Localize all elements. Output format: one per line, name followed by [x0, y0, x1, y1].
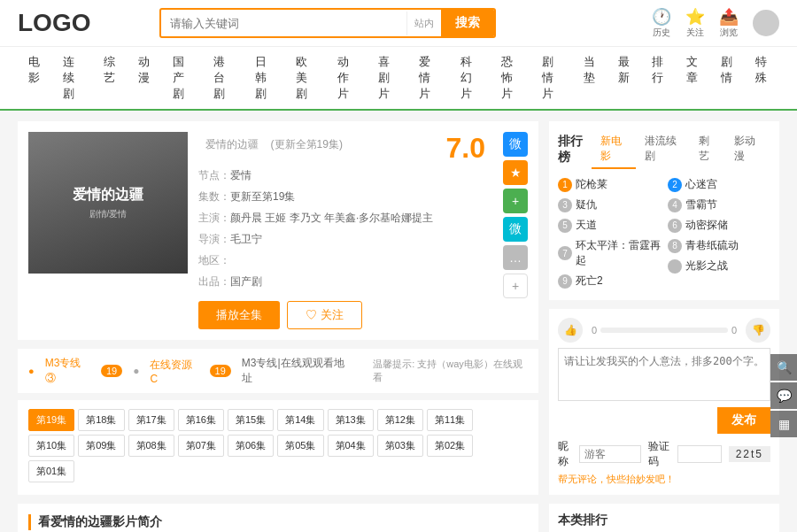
nav-plot[interactable]: 剧情 — [710, 47, 745, 109]
nav-scifi[interactable]: 科幻片 — [450, 47, 491, 109]
comment-textarea[interactable] — [558, 348, 770, 401]
episode-button[interactable]: 第16集 — [178, 409, 224, 431]
drama-poster: 爱情的边疆 剧情/爱情 — [28, 132, 188, 329]
nav-ranking[interactable]: 排行 — [641, 47, 676, 109]
rank-title[interactable]: 陀枪莱 — [576, 177, 607, 192]
tab-variety[interactable]: 剩艺 — [690, 130, 725, 169]
nav-horror[interactable]: 恐怖片 — [491, 47, 531, 109]
tab-new-movie[interactable]: 新电影 — [592, 130, 637, 169]
thumbup-button[interactable]: 👍 — [558, 318, 583, 343]
rank-title[interactable]: 光影之战 — [685, 258, 728, 274]
rank-title[interactable]: 天道 — [576, 218, 597, 233]
ranking-section: 排行榜 新电影 港流续剧 剩艺 影动漫 1 陀枪莱 3 疑仇 — [549, 121, 779, 300]
nav-comedy[interactable]: 喜剧片 — [368, 47, 408, 109]
episode-button[interactable]: 第14集 — [277, 409, 323, 431]
episode-button[interactable]: 第15集 — [228, 409, 274, 431]
episode-button[interactable]: 第03集 — [377, 435, 423, 457]
episode-button[interactable]: 第10集 — [28, 435, 74, 457]
chat-tool-button[interactable]: 💬 — [770, 382, 797, 409]
wechat-icon[interactable]: 微 — [503, 217, 528, 242]
poster-title: 爱情的边疆 — [73, 186, 143, 204]
episode-button[interactable]: 第13集 — [328, 409, 374, 431]
type-rank-title: 本类排行 — [558, 513, 770, 528]
nav-drama[interactable]: 剧情片 — [531, 47, 572, 109]
episode-button[interactable]: 第04集 — [328, 435, 374, 457]
source-link[interactable]: M3专线|在线观观看地址 — [242, 356, 352, 386]
rank-title[interactable]: 雪霸节 — [685, 197, 717, 212]
search-input[interactable] — [161, 12, 406, 35]
comment-section: 👍 0 0 👎 发布 昵称 验证码 22t5 — [549, 309, 779, 495]
rank-item: 3 疑仇 — [558, 195, 661, 215]
add-icon[interactable]: + — [503, 274, 528, 298]
nav-article[interactable]: 文章 — [676, 47, 710, 109]
search-tool-button[interactable]: 🔍 — [770, 354, 797, 381]
weibo-share-icon[interactable]: 微 — [503, 132, 528, 157]
collect-icon[interactable]: ★ — [503, 160, 528, 185]
play-button[interactable]: 播放全集 — [198, 301, 280, 329]
search-button[interactable]: 搜索 — [441, 10, 494, 36]
rank-title[interactable]: 疑仇 — [576, 197, 597, 212]
tab-anime[interactable]: 影动漫 — [725, 130, 770, 169]
main-content: 爱情的边疆 剧情/爱情 爱情的边疆 (更新全第19集) 7.0 — [0, 111, 797, 532]
producer-value: 国产剧 — [230, 275, 262, 288]
nav-hktw[interactable]: 港台剧 — [203, 47, 244, 109]
nav-domestic[interactable]: 国产剧 — [162, 47, 203, 109]
nav-movie[interactable]: 电影 — [18, 47, 52, 109]
nav-romance[interactable]: 爱情片 — [408, 47, 449, 109]
avatar[interactable] — [753, 10, 779, 36]
rank-title[interactable]: 心迷宫 — [685, 177, 717, 192]
episode-button[interactable]: 第01集 — [28, 460, 74, 482]
share-icon-btn[interactable]: 📤 浏览 — [719, 7, 739, 39]
title-text: 爱情的边疆 — [205, 138, 259, 150]
source-m3-badge: 19 — [101, 365, 122, 377]
drama-score: 7.0 — [446, 132, 485, 165]
nav-featured[interactable]: 当垫 — [573, 47, 607, 109]
search-bar: 站内 搜索 — [159, 8, 496, 38]
tab-series[interactable]: 港流续剧 — [636, 130, 690, 169]
nav-jpkr[interactable]: 日韩剧 — [244, 47, 285, 109]
episode-button[interactable]: 第07集 — [178, 435, 224, 457]
nav-latest[interactable]: 最新 — [607, 47, 642, 109]
episode-section: 第19集 第18集 第17集 第16集 第15集 第14集 第13集 第12集 … — [18, 400, 538, 495]
episode-button[interactable]: 第05集 — [277, 435, 323, 457]
rank-title[interactable]: 青巷纸硫动 — [685, 238, 739, 253]
publish-button[interactable]: 发布 — [717, 407, 770, 434]
rank-title[interactable]: 死亡2 — [576, 274, 603, 289]
source-online[interactable]: 在线资源C — [150, 358, 198, 385]
nav-western[interactable]: 欧美剧 — [285, 47, 326, 109]
rank-item: 9 死亡2 — [558, 271, 661, 291]
episode-button[interactable]: 第06集 — [228, 435, 274, 457]
history-icon-btn[interactable]: 🕐 历史 — [652, 7, 671, 39]
more-icon[interactable]: … — [503, 245, 528, 270]
m3-icon: ● — [28, 366, 35, 376]
episode-button[interactable]: 第11集 — [427, 409, 473, 431]
rank-item: 6 动密探储 — [668, 215, 770, 235]
thumbdown-button[interactable]: 👎 — [746, 318, 770, 343]
source-m3[interactable]: M3专线③ — [45, 356, 90, 386]
friend-icon[interactable]: + — [503, 189, 528, 213]
nav-action[interactable]: 动作片 — [327, 47, 368, 109]
nav-series[interactable]: 连续剧 — [52, 47, 93, 109]
nav-special[interactable]: 特殊 — [745, 47, 779, 109]
upload-icon: 📤 — [719, 7, 739, 27]
episode-button[interactable]: 第08集 — [128, 435, 174, 457]
right-column: 排行榜 新电影 港流续剧 剩艺 影动漫 1 陀枪莱 3 疑仇 — [549, 121, 779, 532]
verify-input[interactable] — [677, 445, 722, 463]
follow-button[interactable]: ♡ 关注 — [287, 301, 362, 329]
comment-form-row: 昵称 验证码 22t5 — [558, 439, 770, 469]
favorites-icon-btn[interactable]: ⭐ 关注 — [685, 7, 705, 39]
episode-button[interactable]: 第12集 — [377, 409, 423, 431]
rank-item: 4 雪霸节 — [668, 195, 770, 215]
episode-button[interactable]: 第18集 — [78, 409, 124, 431]
nav-variety[interactable]: 综艺 — [93, 47, 128, 109]
nick-input[interactable] — [579, 445, 641, 463]
grid-tool-button[interactable]: ▦ — [770, 411, 797, 437]
captcha-display[interactable]: 22t5 — [729, 446, 770, 462]
episode-button[interactable]: 第09集 — [78, 435, 124, 457]
episode-button[interactable]: 第02集 — [427, 435, 473, 457]
nav-anime[interactable]: 动漫 — [128, 47, 162, 109]
episode-button[interactable]: 第17集 — [128, 409, 174, 431]
rank-title[interactable]: 动密探储 — [685, 218, 728, 233]
rank-title[interactable]: 环太平洋：雷霆再起 — [576, 238, 661, 268]
episode-button[interactable]: 第19集 — [28, 409, 74, 431]
